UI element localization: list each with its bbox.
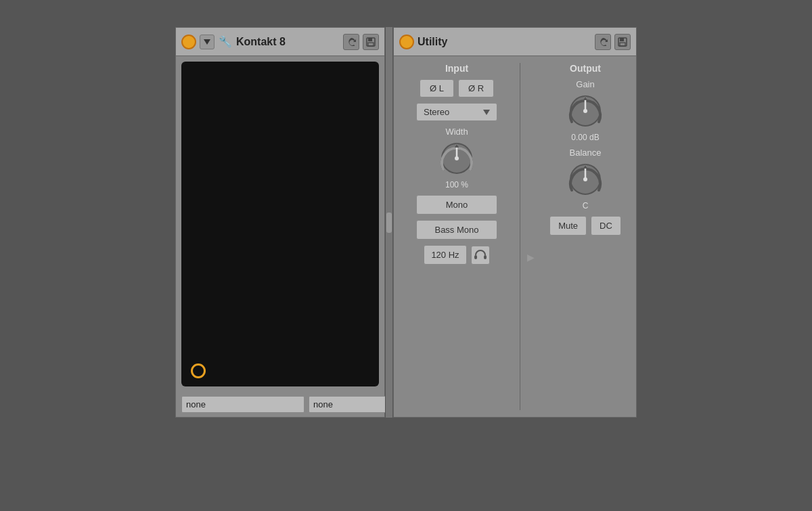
headphone-button[interactable] [471, 246, 490, 265]
kontakt-footer [176, 392, 384, 417]
utility-title: Utility [418, 36, 591, 48]
output-label: Output [570, 63, 601, 74]
chain-arrow: ▶ [527, 252, 535, 263]
utility-input-section: Input Ø L Ø R Stereo Width [401, 63, 513, 410]
scrollbar[interactable] [385, 27, 393, 418]
scrollbar-handle[interactable] [386, 213, 392, 233]
kontakt-preset-left[interactable] [181, 396, 304, 413]
svg-point-16 [583, 109, 587, 113]
phase-r-button[interactable]: Ø R [458, 79, 494, 97]
stereo-label: Stereo [424, 107, 449, 117]
kontakt-wrench-btn[interactable]: 🔧 [218, 35, 233, 49]
svg-rect-12 [474, 255, 477, 259]
utility-sync-btn[interactable] [595, 34, 611, 50]
bass-mono-button[interactable]: Bass Mono [416, 220, 497, 240]
width-knob[interactable] [436, 138, 477, 179]
utility-content: Input Ø L Ø R Stereo Width [394, 56, 636, 417]
svg-rect-5 [620, 38, 624, 41]
gain-value: 0.00 dB [571, 133, 599, 142]
hz-button[interactable]: 120 Hz [424, 245, 466, 265]
kontakt-display [181, 62, 379, 386]
svg-marker-7 [483, 110, 490, 115]
utility-save-btn[interactable] [614, 34, 631, 50]
gain-label: Gain [576, 79, 594, 89]
input-label: Input [445, 63, 468, 74]
kontakt-save-btn[interactable] [363, 34, 379, 50]
panel-divider [520, 63, 520, 410]
svg-point-10 [455, 156, 459, 160]
gain-knob[interactable] [565, 91, 606, 131]
utility-panel: Utility Input Ø L Ø R Stereo [393, 27, 637, 418]
kontakt-panel: 🔧 Kontakt 8 [175, 27, 385, 418]
kontakt-title: Kontakt 8 [236, 36, 340, 48]
width-value: 100 % [445, 180, 468, 190]
svg-rect-2 [368, 38, 372, 41]
mute-button[interactable]: Mute [549, 216, 587, 236]
kontakt-status-dot[interactable] [181, 35, 196, 49]
kontakt-led [191, 363, 206, 378]
phase-l-button[interactable]: Ø L [420, 79, 454, 97]
svg-marker-0 [204, 39, 210, 45]
width-label: Width [445, 127, 468, 137]
utility-status-dot[interactable] [399, 35, 414, 49]
utility-header: Utility [394, 28, 636, 56]
hz-row: 120 Hz [424, 245, 489, 265]
balance-label: Balance [570, 148, 602, 158]
stereo-dropdown[interactable]: Stereo [416, 103, 497, 121]
dc-button[interactable]: DC [591, 216, 621, 236]
svg-point-20 [583, 177, 587, 181]
balance-value: C [583, 201, 589, 210]
kontakt-sync-btn[interactable] [343, 34, 359, 50]
kontakt-header: 🔧 Kontakt 8 [176, 28, 384, 56]
balance-knob[interactable] [565, 159, 606, 200]
balance-knob-container: Balance C [565, 148, 606, 210]
utility-output-section: Output Gain 0.00 dB [541, 63, 629, 410]
mute-dc-row: Mute DC [549, 216, 621, 236]
mono-button[interactable]: Mono [416, 195, 497, 215]
svg-rect-13 [484, 255, 487, 259]
kontakt-dropdown-btn[interactable] [200, 35, 215, 49]
gain-knob-container: Gain 0.00 dB [565, 79, 606, 142]
width-knob-container: Width [436, 127, 477, 190]
phase-buttons: Ø L Ø R [420, 79, 494, 97]
